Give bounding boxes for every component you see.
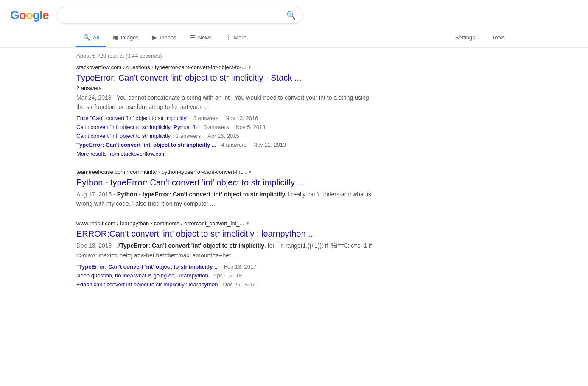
result-title[interactable]: TypeError: Can't convert 'int' object to… xyxy=(76,72,373,83)
sub-result-link[interactable]: Noob question, no idea what is going on … xyxy=(76,272,208,279)
videos-icon: ▶ xyxy=(152,34,157,41)
result-snippet: Mar 24, 2018 - You cannot concatenate a … xyxy=(76,93,373,112)
sub-result-link[interactable]: Can't convert 'int' object to str implic… xyxy=(76,133,171,139)
result-item: teamtreehouse.com › community › python-t… xyxy=(76,169,373,208)
sub-result-meta: 3 answers Nov 13, 2016 xyxy=(193,115,258,121)
search-input[interactable]: "TypeError: Can't convert 'int' object t… xyxy=(64,11,286,19)
sub-result-meta: Feb 13, 2017 xyxy=(224,263,257,270)
sub-result-meta: Apr 1, 2018 xyxy=(213,272,242,279)
result-answers: 2 answers xyxy=(76,85,373,91)
sub-result-meta: 3 answers Apr 26, 2015 xyxy=(176,133,239,139)
result-item: stackoverflow.com › questions › typeerro… xyxy=(76,64,373,157)
nav-right: Settings Tools xyxy=(448,29,512,47)
sub-result-link[interactable]: Can't convert 'int' object to str implic… xyxy=(76,124,199,130)
nav-item-news[interactable]: ☰ News xyxy=(183,29,219,47)
search-nav: 🔍 All ▦ Images ▶ Videos ☰ News ⋮ More Se… xyxy=(0,29,588,48)
sub-results: "TypeError: Can't convert 'int' object t… xyxy=(76,263,373,288)
images-icon: ▦ xyxy=(112,34,118,41)
sub-result-link[interactable]: TypeError: Can't convert 'int' object to… xyxy=(76,142,216,148)
result-url: stackoverflow.com › questions › typeerro… xyxy=(76,64,373,70)
result-snippet: Aug 17, 2015 - Python - typeError: Can't… xyxy=(76,190,373,208)
result-dropdown-arrow[interactable]: ▾ xyxy=(249,169,252,175)
nav-item-images[interactable]: ▦ Images xyxy=(106,29,146,47)
result-snippet: Dec 18, 2018 - #TypeError: Can't convert… xyxy=(76,241,373,260)
sub-result: Noob question, no idea what is going on … xyxy=(76,272,373,279)
sub-result-link[interactable]: "TypeError: Can't convert 'int' object t… xyxy=(76,263,219,270)
result-dropdown-arrow[interactable]: ▾ xyxy=(246,221,249,226)
search-icon[interactable]: 🔍 xyxy=(286,11,296,20)
sub-result-meta: 3 answers Nov 5, 2013 xyxy=(204,124,265,130)
sub-result: TypeError: Can't convert 'int' object to… xyxy=(76,142,373,148)
header: Google "TypeError: Can't convert 'int' o… xyxy=(0,0,588,27)
results-info: About 5,720 results (0.44 seconds) xyxy=(0,48,588,64)
sub-results: Error "Can't convert 'int' object to str… xyxy=(76,115,373,148)
sub-result: Edabit can't convert int object to str i… xyxy=(76,281,373,288)
nav-item-more[interactable]: ⋮ More xyxy=(218,29,253,47)
result-url: teamtreehouse.com › community › python-t… xyxy=(76,169,373,175)
sub-result-link[interactable]: Edabit can't convert int object to str i… xyxy=(76,281,218,288)
nav-tools[interactable]: Tools xyxy=(485,29,512,47)
news-icon: ☰ xyxy=(190,34,196,41)
result-dropdown-arrow[interactable]: ▾ xyxy=(249,64,251,70)
sub-result-meta: Dec 29, 2019 xyxy=(223,281,255,288)
result-item: www.reddit.com › learnpython › comments … xyxy=(76,220,373,287)
google-logo: Google xyxy=(10,8,48,22)
sub-result-meta: 4 answers Nov 12, 2013 xyxy=(221,142,286,148)
more-results-link[interactable]: More results from stackoverflow.com xyxy=(76,151,373,157)
sub-result: Error "Can't convert 'int' object to str… xyxy=(76,115,373,121)
result-title[interactable]: ERROR:Can't convert 'int' object to str … xyxy=(76,228,373,239)
logo-letter-g: G xyxy=(10,8,19,22)
result-url: www.reddit.com › learnpython › comments … xyxy=(76,220,373,227)
sub-result: Can't convert 'int' object to str implic… xyxy=(76,133,373,139)
logo-letter-l: l xyxy=(39,8,42,22)
result-title[interactable]: Python - typeError: Can't convert 'int' … xyxy=(76,177,373,188)
sub-result-link[interactable]: Error "Can't convert 'int' object to str… xyxy=(76,115,188,121)
logo-letter-o1: o xyxy=(19,8,26,22)
nav-item-videos[interactable]: ▶ Videos xyxy=(146,29,183,47)
logo-letter-o2: o xyxy=(26,8,33,22)
logo-letter-e: e xyxy=(42,8,49,22)
all-icon: 🔍 xyxy=(83,34,90,41)
more-icon: ⋮ xyxy=(225,34,231,41)
search-bar: "TypeError: Can't convert 'int' object t… xyxy=(57,7,303,24)
search-results: stackoverflow.com › questions › typeerro… xyxy=(0,64,588,288)
nav-item-all[interactable]: 🔍 All xyxy=(76,29,106,47)
sub-result: Can't convert 'int' object to str implic… xyxy=(76,124,373,130)
sub-result: "TypeError: Can't convert 'int' object t… xyxy=(76,263,373,270)
nav-settings[interactable]: Settings xyxy=(448,29,482,47)
logo-letter-g2: g xyxy=(33,8,39,22)
